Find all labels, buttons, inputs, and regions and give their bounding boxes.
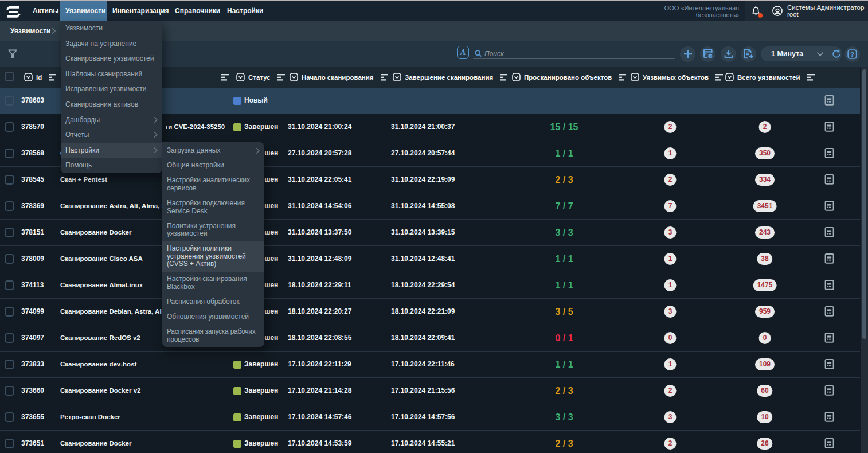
svg-text:?: ? [850, 50, 854, 57]
